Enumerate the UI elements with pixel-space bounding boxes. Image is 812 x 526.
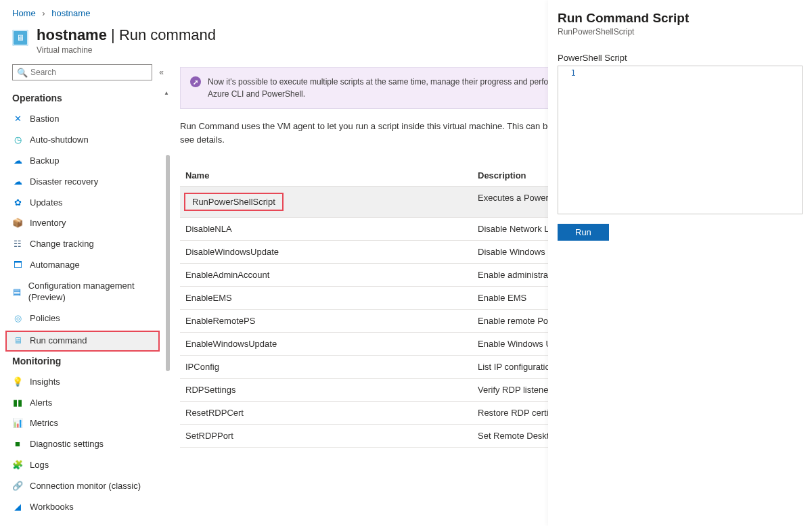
row-name: EnableEMS	[180, 293, 478, 303]
row-name: EnableAdminAccount	[180, 270, 478, 280]
sidebar-item-metrics[interactable]: 📊Metrics	[0, 413, 166, 434]
script-editor[interactable]: 1	[558, 66, 803, 214]
sidebar-item-updates[interactable]: ✿Updates	[0, 193, 166, 214]
collapse-sidebar-button[interactable]: «	[159, 68, 164, 77]
inventory-icon: 📦	[12, 218, 23, 229]
sidebar-item-label: Bastion	[30, 114, 59, 125]
sidebar: 🔍 « Operations✕Bastion◷Auto-shutdown☁Bac…	[0, 64, 171, 526]
rocket-icon: ➚	[190, 76, 201, 87]
sidebar-item-label: Policies	[30, 313, 60, 325]
alerts-icon: ▮▮	[12, 398, 23, 408]
automanage-icon: 🗖	[12, 260, 23, 271]
section-title: Operations	[0, 90, 166, 109]
sidebar-item-policies[interactable]: ◎Policies	[0, 308, 166, 329]
row-name: EnableRemotePS	[180, 316, 478, 326]
col-header-name: Name	[180, 170, 478, 181]
row-name: EnableWindowsUpdate	[180, 339, 478, 349]
sidebar-item-label: Configuration management (Preview)	[28, 281, 154, 304]
row-name: RDPSettings	[180, 385, 478, 395]
sidebar-item-label: Insights	[30, 377, 60, 388]
row-name: RunPowerShellScript	[180, 193, 478, 211]
diagnostic-icon: ■	[12, 439, 23, 450]
editor-label: PowerShell Script	[558, 53, 803, 63]
sidebar-item-label: Run command	[30, 335, 87, 347]
change-icon: ☷	[12, 239, 23, 250]
disaster-icon: ☁	[12, 176, 23, 187]
section-title: Monitoring	[0, 353, 166, 372]
updates-icon: ✿	[12, 197, 23, 208]
breadcrumb-sep: ›	[42, 8, 45, 18]
sidebar-item-label: Inventory	[30, 218, 66, 229]
sidebar-item-connection-monitor-classic-[interactable]: 🔗Connection monitor (classic)	[0, 476, 166, 497]
sidebar-item-label: Connection monitor (classic)	[30, 481, 141, 492]
search-input[interactable]: 🔍	[12, 64, 152, 80]
sidebar-item-label: Auto-shutdown	[30, 135, 89, 146]
row-name: IPConfig	[180, 362, 478, 372]
panel-title: Run Command Script	[558, 11, 803, 26]
scrollbar-thumb[interactable]	[166, 155, 170, 371]
metrics-icon: 📊	[12, 419, 23, 429]
run-icon: 🖥	[12, 335, 23, 346]
scroll-up-icon[interactable]: ▲	[162, 90, 171, 96]
sidebar-item-backup[interactable]: ☁Backup	[0, 151, 166, 172]
sidebar-item-insights[interactable]: 💡Insights	[0, 372, 166, 393]
editor-code-area[interactable]	[588, 66, 802, 214]
workbooks-icon: ◢	[12, 502, 23, 512]
insights-icon: 💡	[12, 377, 23, 387]
bastion-icon: ✕	[12, 114, 23, 124]
sidebar-item-alerts[interactable]: ▮▮Alerts	[0, 393, 166, 414]
sidebar-item-label: Disaster recovery	[30, 176, 98, 188]
sidebar-item-logs[interactable]: 🧩Logs	[0, 455, 166, 476]
row-name: DisableNLA	[180, 224, 478, 234]
panel-subtitle: RunPowerShellScript	[558, 27, 803, 37]
sidebar-item-label: Backup	[30, 156, 59, 167]
policies-icon: ◎	[12, 313, 23, 324]
sidebar-item-change-tracking[interactable]: ☷Change tracking	[0, 234, 166, 255]
run-button[interactable]: Run	[558, 224, 609, 241]
sidebar-item-run-command[interactable]: 🖥Run command	[5, 331, 160, 352]
breadcrumb-resource[interactable]: hostname	[51, 8, 90, 18]
sidebar-item-diagnostic-settings[interactable]: ■Diagnostic settings	[0, 434, 166, 455]
editor-gutter: 1	[558, 66, 588, 214]
logs-icon: 🧩	[12, 460, 23, 471]
breadcrumb-home[interactable]: Home	[12, 8, 36, 18]
sidebar-item-label: Diagnostic settings	[30, 439, 104, 450]
sidebar-item-disaster-recovery[interactable]: ☁Disaster recovery	[0, 172, 166, 193]
sidebar-item-label: Automanage	[30, 260, 80, 271]
vm-icon: 🖥	[12, 30, 28, 46]
configuration-icon: ▤	[12, 287, 22, 297]
sidebar-item-label: Logs	[30, 460, 49, 471]
row-name: ResetRDPCert	[180, 408, 478, 418]
sidebar-item-label: Alerts	[30, 398, 52, 409]
sidebar-item-bastion[interactable]: ✕Bastion	[0, 109, 166, 130]
connection-icon: 🔗	[12, 481, 23, 492]
sidebar-item-workbooks[interactable]: ◢Workbooks	[0, 497, 166, 518]
row-name: DisableWindowsUpdate	[180, 247, 478, 257]
sidebar-item-inventory[interactable]: 📦Inventory	[0, 213, 166, 234]
search-icon: 🔍	[17, 68, 28, 78]
run-command-panel: Run Command Script RunPowerShellScript P…	[548, 0, 812, 526]
search-field[interactable]	[30, 68, 148, 77]
auto-shutdown-icon: ◷	[12, 135, 23, 145]
sidebar-item-label: Metrics	[30, 418, 58, 429]
sidebar-item-automanage[interactable]: 🗖Automanage	[0, 255, 166, 276]
sidebar-item-label: Change tracking	[30, 239, 94, 250]
backup-icon: ☁	[12, 156, 23, 166]
sidebar-item-label: Updates	[30, 197, 62, 209]
row-name: SetRDPPort	[180, 431, 478, 441]
sidebar-scrollbar[interactable]: ▲	[164, 90, 171, 526]
sidebar-item-configuration-management-preview-[interactable]: ▤Configuration management (Preview)	[0, 276, 166, 308]
sidebar-item-label: Workbooks	[30, 502, 74, 513]
sidebar-item-auto-shutdown[interactable]: ◷Auto-shutdown	[0, 130, 166, 151]
